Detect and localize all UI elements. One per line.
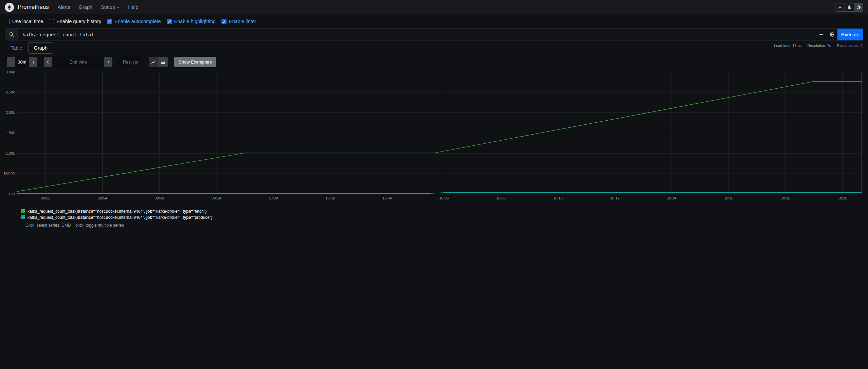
range-decrease-button[interactable]: − [7, 57, 15, 67]
graph-type-toggle-group [149, 57, 168, 67]
svg-text:3.00k: 3.00k [6, 70, 15, 74]
svg-text:09:56: 09:56 [155, 196, 164, 200]
list-icon [819, 32, 824, 37]
query-stats: Load time: 16ms Resolution: 7s Result se… [769, 43, 863, 48]
option-label: Enable autocomplete [114, 19, 161, 24]
option-enable-query-history[interactable]: Enable query history [49, 19, 101, 24]
option-label: Enable query history [56, 19, 101, 24]
theme-toggle-group [835, 3, 863, 12]
checkbox-checked-icon[interactable] [221, 19, 227, 24]
stacked-chart-icon [161, 60, 165, 65]
svg-text:10:02: 10:02 [325, 196, 335, 200]
svg-text:10:18: 10:18 [781, 196, 791, 200]
end-time-input[interactable] [52, 57, 104, 67]
legend-hint: Click: select series, CMD + click: toggl… [25, 223, 868, 228]
moon-icon [847, 5, 852, 10]
svg-text:10:12: 10:12 [610, 196, 620, 200]
nav-item-label: Status [101, 4, 115, 10]
svg-text:2.00k: 2.00k [6, 110, 15, 115]
view-tabs: TableGraph [5, 42, 863, 54]
legend-series-label: kafka_request_count_total{instance="host… [28, 209, 206, 214]
nav-item-help[interactable]: Help [128, 4, 138, 10]
checkbox-unchecked-icon[interactable] [49, 19, 54, 24]
nav-item-graph[interactable]: Graph [79, 4, 92, 10]
brand-title[interactable]: Prometheus [18, 4, 49, 11]
nav-item-label: Help [128, 4, 138, 10]
globe-icon [830, 32, 835, 37]
chevron-left-icon [46, 60, 50, 64]
svg-text:10:08: 10:08 [496, 196, 506, 200]
tab-graph[interactable]: Graph [28, 42, 53, 54]
svg-text:0.00: 0.00 [8, 192, 15, 196]
svg-text:10:00: 10:00 [269, 196, 278, 200]
svg-text:10:20: 10:20 [838, 196, 847, 200]
options-row: Use local timeEnable query historyEnable… [0, 14, 868, 29]
option-use-local-time[interactable]: Use local time [5, 19, 43, 24]
dark-theme-button[interactable] [845, 3, 854, 11]
svg-text:10:06: 10:06 [439, 196, 449, 200]
navbar: Prometheus AlertsGraphStatusHelp [0, 0, 868, 14]
svg-text:09:52: 09:52 [41, 196, 50, 200]
option-enable-autocomplete[interactable]: Enable autocomplete [107, 19, 161, 24]
nav-item-status[interactable]: Status [101, 4, 120, 10]
legend-series-label: kafka_request_count_total{instance="host… [28, 215, 212, 221]
prometheus-logo[interactable] [5, 3, 14, 12]
sun-icon [838, 5, 842, 10]
graph-legend: kafka_request_count_total{instance="host… [21, 209, 868, 220]
time-back-button[interactable] [44, 57, 52, 67]
chevron-right-icon [106, 60, 111, 64]
query-bar: Execute [5, 29, 863, 40]
load-time-text: Load time: 16ms [774, 43, 801, 48]
svg-text:2.50k: 2.50k [6, 90, 15, 94]
graph-controls: − + Show Exemplars [7, 57, 863, 67]
auto-theme-button[interactable] [854, 3, 863, 11]
chevron-down-icon [117, 7, 120, 8]
nav-item-alerts[interactable]: Alerts [58, 4, 70, 10]
end-time-control-group [44, 57, 112, 67]
option-enable-highlighting[interactable]: Enable highlighting [167, 19, 216, 24]
result-series-text: Result series: 2 [837, 43, 863, 48]
show-exemplars-button[interactable]: Show Exemplars [174, 57, 216, 67]
option-label: Use local time [12, 19, 43, 24]
flame-icon [6, 4, 12, 10]
range-increase-button[interactable]: + [29, 57, 37, 67]
execute-button[interactable]: Execute [837, 29, 863, 40]
light-theme-button[interactable] [835, 3, 845, 11]
legend-item[interactable]: kafka_request_count_total{instance="host… [21, 209, 868, 214]
svg-text:10:04: 10:04 [382, 196, 392, 200]
checkbox-checked-icon[interactable] [167, 19, 172, 24]
range-input[interactable] [15, 57, 29, 67]
nav-menu: AlertsGraphStatusHelp [58, 4, 147, 10]
legend-item[interactable]: kafka_request_count_total{instance="host… [21, 215, 868, 221]
svg-text:10:10: 10:10 [553, 196, 563, 200]
svg-text:1.50k: 1.50k [6, 131, 15, 135]
search-icon [5, 29, 18, 40]
format-expression-button[interactable] [827, 29, 837, 40]
checkbox-checked-icon[interactable] [107, 19, 112, 24]
stacked-graph-toggle[interactable] [158, 57, 168, 67]
expression-input[interactable] [18, 29, 816, 40]
metrics-explorer-button[interactable] [816, 29, 827, 40]
resolution-input[interactable] [119, 57, 142, 67]
svg-text:09:54: 09:54 [98, 196, 107, 200]
nav-item-label: Graph [79, 4, 92, 10]
option-enable-linter[interactable]: Enable linter [221, 19, 256, 24]
svg-text:09:58: 09:58 [212, 196, 221, 200]
option-label: Enable linter [229, 19, 256, 24]
svg-text:10:16: 10:16 [724, 196, 734, 200]
legend-swatch [21, 215, 25, 219]
nav-item-label: Alerts [58, 4, 70, 10]
line-chart-icon [151, 60, 156, 65]
tab-table[interactable]: Table [5, 42, 28, 54]
time-series-graph[interactable]: 09:5209:5409:5609:5810:0010:0210:0410:06… [0, 70, 868, 201]
legend-swatch [21, 209, 25, 213]
resolution-text: Resolution: 7s [807, 43, 831, 48]
checkbox-unchecked-icon[interactable] [5, 19, 10, 24]
svg-text:500.00: 500.00 [4, 172, 15, 176]
tabs-row: TableGraph Load time: 16ms Resolution: 7… [5, 42, 863, 54]
line-graph-toggle[interactable] [149, 57, 158, 67]
svg-text:1.00k: 1.00k [6, 151, 15, 155]
expression-input-group [5, 29, 837, 40]
option-label: Enable highlighting [174, 19, 216, 24]
time-forward-button[interactable] [104, 57, 112, 67]
